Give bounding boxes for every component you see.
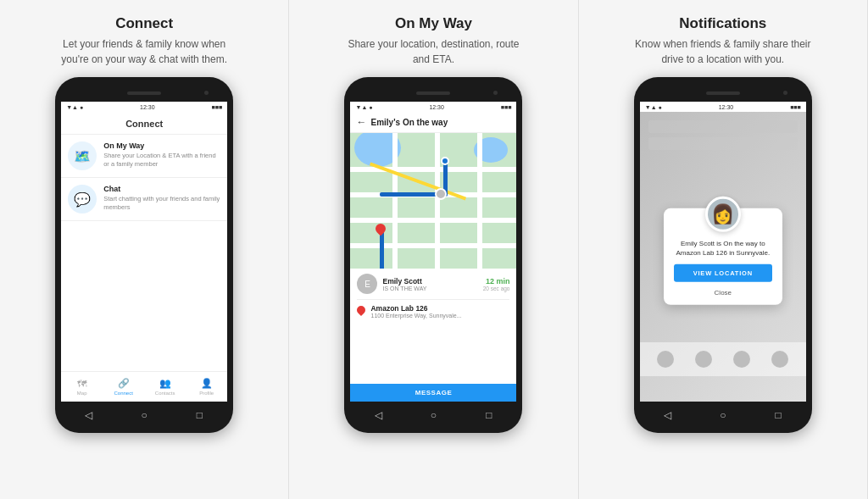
phone1-status-bar: ▼▲ ● 12:30 ■■■ [61, 102, 227, 112]
message-button[interactable]: MESSAGE [350, 384, 516, 402]
map-view [350, 133, 516, 269]
person-status: IS ON THE WAY [382, 286, 477, 291]
home-button-2[interactable]: ○ [426, 408, 440, 422]
recent-icon-1: □ [197, 409, 203, 421]
phone1-screen: ▼▲ ● 12:30 ■■■ Connect 🗺️ On My Way Shar… [61, 102, 227, 402]
profile-nav-icon: 👤 [201, 378, 213, 389]
back-button-2[interactable]: ◁ [371, 408, 385, 422]
phone3-bottom-nav: ◁ ○ □ [640, 406, 806, 424]
recent-button-3[interactable]: □ [771, 408, 785, 422]
phone3-speaker [706, 91, 740, 95]
destination-row: Amazon Lab 126 1100 Enterprise Way, Sunn… [357, 304, 509, 319]
section1-title: Connect [115, 15, 173, 32]
phone-3: ▼▲ ● 12:30 ■■■ 👩 Emily Scott is On the w… [634, 77, 812, 433]
avatar-letter: E [364, 280, 370, 289]
info-divider [357, 299, 509, 300]
omw-item-desc: Share your Location & ETA with a friend … [103, 152, 220, 169]
dest-pin-icon [355, 304, 367, 316]
close-notification-button[interactable]: Close [715, 289, 732, 297]
notif-bottom-bar [640, 342, 806, 376]
p2-time: 12:30 [429, 104, 444, 110]
view-location-button[interactable]: VIEW LOCATION [674, 264, 772, 282]
person-info: Emily Scott IS ON THE WAY [382, 277, 477, 291]
back-icon-1: ◁ [85, 409, 92, 421]
phone2-screen: ▼▲ ● 12:30 ■■■ ← Emily's On the way [350, 102, 516, 402]
road-h4 [350, 243, 516, 248]
map-user-avatar [435, 188, 447, 200]
person-name: Emily Scott [382, 277, 477, 286]
chat-item-desc: Start chatting with your friends and fam… [103, 195, 220, 212]
phone3-top [640, 87, 806, 99]
road-v3 [477, 133, 482, 269]
map-nav-icon: 🗺 [77, 379, 86, 389]
person-row: E Emily Scott IS ON THE WAY 12 min 20 se… [357, 274, 509, 294]
p3-time: 12:30 [719, 104, 734, 110]
back-button-3[interactable]: ◁ [660, 408, 674, 422]
bg-avatar-2 [695, 351, 712, 368]
road-v1 [392, 133, 398, 269]
nav-map[interactable]: 🗺 Map [61, 372, 103, 402]
section2-title: On My Way [395, 15, 472, 32]
connect-item-chat[interactable]: 💬 Chat Start chatting with your friends … [61, 178, 227, 221]
notification-screen: 👩 Emily Scott is On the way to Amazon La… [640, 112, 806, 402]
chat-item-label: Chat [103, 185, 220, 193]
nav-contacts[interactable]: 👥 Contacts [144, 372, 186, 402]
phone1-top [61, 87, 227, 99]
eta-block: 12 min 20 sec ago [483, 277, 510, 291]
notif-message: Emily Scott is On the way to Amazon Lab … [674, 239, 772, 258]
dest-addr: 1100 Enterprise Way, Sunnyvale... [370, 313, 509, 319]
route-v [380, 230, 384, 269]
bg-avatar-3 [733, 351, 750, 368]
home-icon-2: ○ [431, 409, 437, 421]
phone2-bottom-nav: ◁ ○ □ [350, 406, 516, 424]
omw-icon-wrap: 🗺️ [68, 141, 97, 170]
contacts-nav-icon: 👥 [159, 378, 171, 389]
section1-desc: Let your friends & family know when you'… [51, 36, 237, 67]
bg-row-2 [648, 137, 798, 150]
phone1-nav-bar: 🗺 Map 🔗 Connect 👥 Contacts 👤 Profile [61, 371, 227, 402]
person-avatar: E [357, 274, 377, 294]
phone3-camera [783, 91, 787, 95]
phone2-status-bar: ▼▲ ● 12:30 ■■■ [350, 102, 516, 112]
recent-icon-2: □ [486, 409, 492, 421]
status-time: 12:30 [140, 104, 155, 110]
section-connect: Connect Let your friends & family know w… [0, 0, 289, 499]
nav-connect[interactable]: 🔗 Connect [103, 372, 144, 402]
nav-map-label: Map [77, 391, 87, 396]
bg-avatar-4 [771, 351, 788, 368]
back-button-1[interactable]: ◁ [82, 408, 96, 422]
omw-back-arrow[interactable]: ← [356, 116, 366, 128]
dest-name: Amazon Lab 126 [370, 304, 509, 313]
road-v2 [435, 133, 440, 269]
back-icon-3: ◁ [664, 409, 671, 421]
nav-profile[interactable]: 👤 Profile [186, 372, 227, 402]
recent-button-1[interactable]: □ [192, 408, 206, 422]
road-h3 [350, 218, 516, 223]
notification-card: 👩 Emily Scott is On the way to Amazon La… [664, 208, 782, 305]
section-notifications: Notifications Know when friends & family… [579, 0, 868, 499]
bg-row-1 [648, 120, 798, 133]
connect-screen-header: Connect [61, 112, 227, 135]
chat-item-text: Chat Start chatting with your friends an… [103, 185, 220, 212]
nav-contacts-label: Contacts [155, 391, 175, 396]
connect-item-omw[interactable]: 🗺️ On My Way Share your Location & ETA w… [61, 135, 227, 178]
phone2-top [350, 87, 516, 99]
home-button-3[interactable]: ○ [716, 408, 730, 422]
nav-connect-label: Connect [114, 391, 132, 396]
bg-avatar-1 [657, 351, 674, 368]
home-button-1[interactable]: ○ [137, 408, 151, 422]
phone3-status-bar: ▼▲ ● 12:30 ■■■ [640, 102, 806, 112]
home-icon-1: ○ [142, 409, 147, 421]
phone2-speaker [416, 91, 450, 95]
p2-signal: ▼▲ ● [355, 104, 372, 110]
recent-button-2[interactable]: □ [482, 408, 496, 422]
phone1-camera [204, 91, 209, 95]
phone3-screen: ▼▲ ● 12:30 ■■■ 👩 Emily Scott is On the w… [640, 102, 806, 402]
phone1-bottom-nav: ◁ ○ □ [61, 406, 227, 424]
notif-avatar: 👩 [705, 197, 741, 232]
section-omw: On My Way Share your location, destinati… [289, 0, 578, 499]
map-pin-start [374, 222, 388, 236]
omw-icon: 🗺️ [74, 148, 91, 164]
home-icon-3: ○ [720, 409, 726, 421]
eta-ago: 20 sec ago [483, 286, 510, 291]
